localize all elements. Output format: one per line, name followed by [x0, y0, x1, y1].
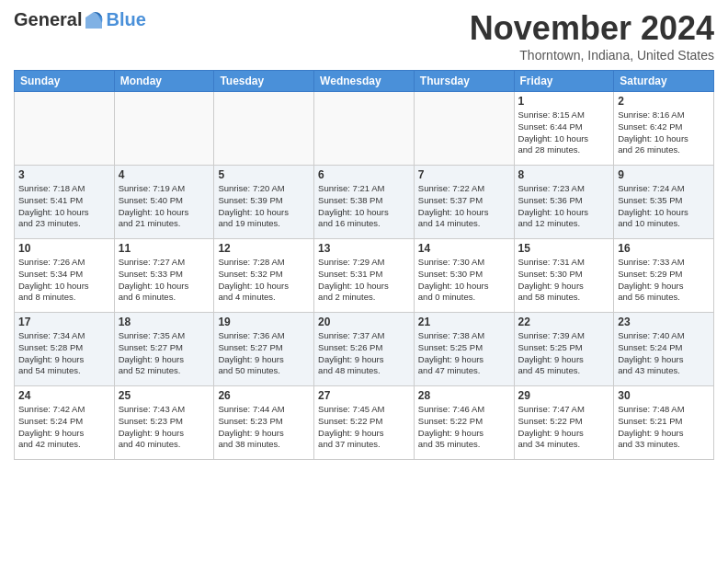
calendar-day: 10Sunrise: 7:26 AM Sunset: 5:34 PM Dayli… — [15, 239, 115, 313]
calendar-day: 20Sunrise: 7:37 AM Sunset: 5:26 PM Dayli… — [314, 313, 415, 386]
calendar-week-row: 24Sunrise: 7:42 AM Sunset: 5:24 PM Dayli… — [15, 386, 714, 460]
calendar-week-row: 3Sunrise: 7:18 AM Sunset: 5:41 PM Daylig… — [15, 166, 714, 239]
calendar-week-row: 10Sunrise: 7:26 AM Sunset: 5:34 PM Dayli… — [15, 239, 714, 313]
calendar-day: 17Sunrise: 7:34 AM Sunset: 5:28 PM Dayli… — [15, 313, 115, 386]
day-number: 24 — [18, 389, 110, 402]
day-number: 9 — [618, 168, 710, 181]
weekday-header: Friday — [514, 71, 614, 92]
day-number: 12 — [218, 242, 310, 255]
day-number: 21 — [418, 316, 510, 328]
weekday-header: Saturday — [614, 71, 714, 92]
day-number: 1 — [518, 95, 610, 108]
month-title: November 2024 — [470, 9, 714, 48]
calendar-day: 1Sunrise: 8:15 AM Sunset: 6:44 PM Daylig… — [514, 92, 614, 166]
day-info: Sunrise: 7:34 AM Sunset: 5:28 PM Dayligh… — [18, 330, 110, 377]
day-number: 15 — [518, 242, 610, 255]
day-number: 8 — [518, 168, 610, 181]
day-info: Sunrise: 7:20 AM Sunset: 5:39 PM Dayligh… — [218, 183, 310, 230]
header: General Blue November 2024 Thorntown, In… — [14, 9, 714, 63]
day-info: Sunrise: 7:24 AM Sunset: 5:35 PM Dayligh… — [618, 183, 710, 230]
calendar-day: 27Sunrise: 7:45 AM Sunset: 5:22 PM Dayli… — [314, 386, 415, 460]
day-info: Sunrise: 7:46 AM Sunset: 5:22 PM Dayligh… — [418, 404, 510, 451]
calendar-day: 16Sunrise: 7:33 AM Sunset: 5:29 PM Dayli… — [614, 239, 714, 313]
day-info: Sunrise: 7:42 AM Sunset: 5:24 PM Dayligh… — [18, 404, 110, 451]
weekday-header: Thursday — [414, 71, 514, 92]
day-number: 10 — [18, 242, 110, 255]
calendar-day: 30Sunrise: 7:48 AM Sunset: 5:21 PM Dayli… — [614, 386, 714, 460]
calendar-empty — [15, 92, 115, 166]
calendar-day: 12Sunrise: 7:28 AM Sunset: 5:32 PM Dayli… — [214, 239, 314, 313]
day-info: Sunrise: 7:43 AM Sunset: 5:23 PM Dayligh… — [119, 404, 210, 451]
day-number: 17 — [18, 316, 110, 328]
day-info: Sunrise: 7:44 AM Sunset: 5:23 PM Dayligh… — [218, 404, 310, 451]
calendar-empty — [314, 92, 415, 166]
day-info: Sunrise: 7:38 AM Sunset: 5:25 PM Dayligh… — [418, 330, 510, 377]
calendar-day: 15Sunrise: 7:31 AM Sunset: 5:30 PM Dayli… — [514, 239, 614, 313]
day-info: Sunrise: 7:36 AM Sunset: 5:27 PM Dayligh… — [218, 330, 310, 377]
calendar-day: 28Sunrise: 7:46 AM Sunset: 5:22 PM Dayli… — [414, 386, 514, 460]
calendar-day: 26Sunrise: 7:44 AM Sunset: 5:23 PM Dayli… — [214, 386, 314, 460]
day-info: Sunrise: 8:16 AM Sunset: 6:42 PM Dayligh… — [618, 109, 710, 156]
day-number: 25 — [119, 389, 210, 402]
logo-general: General — [14, 9, 82, 30]
day-info: Sunrise: 7:37 AM Sunset: 5:26 PM Dayligh… — [318, 330, 410, 377]
calendar-day: 4Sunrise: 7:19 AM Sunset: 5:40 PM Daylig… — [114, 166, 214, 239]
calendar-empty — [214, 92, 314, 166]
day-number: 27 — [318, 389, 410, 402]
day-info: Sunrise: 7:40 AM Sunset: 5:24 PM Dayligh… — [618, 330, 710, 377]
day-number: 2 — [618, 95, 710, 108]
day-info: Sunrise: 7:35 AM Sunset: 5:27 PM Dayligh… — [119, 330, 210, 377]
calendar-header-row: SundayMondayTuesdayWednesdayThursdayFrid… — [15, 71, 714, 92]
day-info: Sunrise: 7:23 AM Sunset: 5:36 PM Dayligh… — [518, 183, 610, 230]
calendar-day: 14Sunrise: 7:30 AM Sunset: 5:30 PM Dayli… — [414, 239, 514, 313]
calendar-day: 18Sunrise: 7:35 AM Sunset: 5:27 PM Dayli… — [114, 313, 214, 386]
weekday-header: Monday — [114, 71, 214, 92]
day-number: 7 — [418, 168, 510, 181]
day-number: 16 — [618, 242, 710, 255]
calendar-day: 29Sunrise: 7:47 AM Sunset: 5:22 PM Dayli… — [514, 386, 614, 460]
day-info: Sunrise: 7:22 AM Sunset: 5:37 PM Dayligh… — [418, 183, 510, 230]
logo-blue: Blue — [106, 9, 145, 30]
page: General Blue November 2024 Thorntown, In… — [0, 0, 728, 563]
day-number: 22 — [518, 316, 610, 328]
day-info: Sunrise: 7:26 AM Sunset: 5:34 PM Dayligh… — [18, 257, 110, 304]
calendar-day: 13Sunrise: 7:29 AM Sunset: 5:31 PM Dayli… — [314, 239, 415, 313]
calendar-day: 8Sunrise: 7:23 AM Sunset: 5:36 PM Daylig… — [514, 166, 614, 239]
day-info: Sunrise: 8:15 AM Sunset: 6:44 PM Dayligh… — [518, 109, 610, 156]
day-number: 6 — [318, 168, 410, 181]
calendar-day: 25Sunrise: 7:43 AM Sunset: 5:23 PM Dayli… — [114, 386, 214, 460]
calendar-empty — [114, 92, 214, 166]
calendar-day: 7Sunrise: 7:22 AM Sunset: 5:37 PM Daylig… — [414, 166, 514, 239]
calendar-day: 19Sunrise: 7:36 AM Sunset: 5:27 PM Dayli… — [214, 313, 314, 386]
day-number: 5 — [218, 168, 310, 181]
day-info: Sunrise: 7:27 AM Sunset: 5:33 PM Dayligh… — [119, 257, 210, 304]
day-info: Sunrise: 7:19 AM Sunset: 5:40 PM Dayligh… — [119, 183, 210, 230]
calendar-empty — [414, 92, 514, 166]
day-number: 23 — [618, 316, 710, 328]
weekday-header: Tuesday — [214, 71, 314, 92]
calendar-table: SundayMondayTuesdayWednesdayThursdayFrid… — [14, 70, 714, 460]
day-info: Sunrise: 7:33 AM Sunset: 5:29 PM Dayligh… — [618, 257, 710, 304]
weekday-header: Sunday — [15, 71, 115, 92]
day-number: 4 — [119, 168, 210, 181]
calendar-day: 11Sunrise: 7:27 AM Sunset: 5:33 PM Dayli… — [114, 239, 214, 313]
day-info: Sunrise: 7:39 AM Sunset: 5:25 PM Dayligh… — [518, 330, 610, 377]
day-info: Sunrise: 7:30 AM Sunset: 5:30 PM Dayligh… — [418, 257, 510, 304]
calendar-day: 9Sunrise: 7:24 AM Sunset: 5:35 PM Daylig… — [614, 166, 714, 239]
weekday-header: Wednesday — [314, 71, 415, 92]
calendar-day: 22Sunrise: 7:39 AM Sunset: 5:25 PM Dayli… — [514, 313, 614, 386]
day-info: Sunrise: 7:29 AM Sunset: 5:31 PM Dayligh… — [318, 257, 410, 304]
calendar-day: 21Sunrise: 7:38 AM Sunset: 5:25 PM Dayli… — [414, 313, 514, 386]
day-number: 20 — [318, 316, 410, 328]
calendar-day: 6Sunrise: 7:21 AM Sunset: 5:38 PM Daylig… — [314, 166, 415, 239]
location: Thorntown, Indiana, United States — [470, 48, 714, 63]
day-number: 29 — [518, 389, 610, 402]
calendar-day: 23Sunrise: 7:40 AM Sunset: 5:24 PM Dayli… — [614, 313, 714, 386]
logo-icon — [84, 10, 104, 30]
calendar-day: 5Sunrise: 7:20 AM Sunset: 5:39 PM Daylig… — [214, 166, 314, 239]
calendar-day: 3Sunrise: 7:18 AM Sunset: 5:41 PM Daylig… — [15, 166, 115, 239]
day-number: 11 — [119, 242, 210, 255]
day-info: Sunrise: 7:28 AM Sunset: 5:32 PM Dayligh… — [218, 257, 310, 304]
day-info: Sunrise: 7:18 AM Sunset: 5:41 PM Dayligh… — [18, 183, 110, 230]
title-area: November 2024 Thorntown, Indiana, United… — [470, 9, 714, 63]
